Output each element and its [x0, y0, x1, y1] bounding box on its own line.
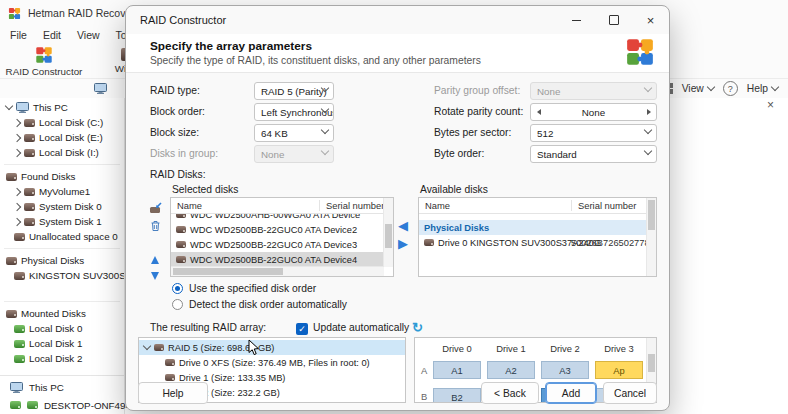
scrollbar-thumb[interactable]: [173, 268, 283, 275]
chevron-down-icon[interactable]: [5, 102, 13, 110]
list-item[interactable]: WDC WD2500BB-22GUC0 ATA Device3: [171, 237, 384, 252]
sidebar-item-local-disk-2[interactable]: Local Disk 2: [0, 351, 124, 366]
chevron-right-icon[interactable]: [13, 148, 21, 156]
cancel-button[interactable]: Cancel: [603, 382, 657, 404]
spinner-decrement-button[interactable]: [531, 104, 546, 120]
column-name[interactable]: Name: [171, 200, 319, 211]
sidebar-item-local-disk-i[interactable]: Local Disk (I:): [0, 145, 124, 160]
add-button[interactable]: Add: [545, 382, 597, 404]
sidebar-label: Local Disk (I:): [39, 147, 99, 158]
scrollbar-thumb[interactable]: [385, 224, 392, 248]
move-to-selected-button[interactable]: ◀: [398, 219, 408, 232]
maximize-button[interactable]: [595, 6, 632, 34]
sidebar-item-system-disk-0[interactable]: System Disk 0: [0, 199, 124, 214]
list-item[interactable]: WDC WD2500AHB-00WGA0 ATA Device: [171, 214, 384, 222]
block-order-label: Block order:: [150, 103, 205, 121]
refresh-icon[interactable]: ↻: [412, 320, 423, 335]
sidebar-item-system-disk-1[interactable]: System Disk 1: [0, 214, 124, 229]
horizontal-scrollbar[interactable]: [171, 266, 384, 276]
close-button[interactable]: ×: [632, 6, 669, 34]
block-size-select[interactable]: 64 KB: [254, 124, 334, 142]
sidebar-item-local-disk-1[interactable]: Local Disk 1: [0, 336, 124, 351]
parity-group-offset-select: None: [530, 82, 657, 100]
sidebar-label: Unallocated space 0: [29, 231, 118, 242]
spinner-increment-button[interactable]: [641, 104, 656, 120]
sidebar-item-kingston[interactable]: KINGSTON SUV300S37...: [0, 268, 124, 283]
chevron-right-icon[interactable]: [13, 118, 21, 126]
close-filter-icon[interactable]: ×: [767, 98, 774, 112]
column-name[interactable]: Name: [419, 200, 571, 211]
tree-item-raid5[interactable]: RAID 5 (Size: 698.66 GB): [139, 340, 405, 355]
disk-icon: [14, 355, 25, 363]
sidebar-group-physical-disks[interactable]: Physical Disks: [0, 253, 124, 268]
statusbar-this-pc[interactable]: This PC: [0, 378, 124, 396]
sidebar-item-local-disk-0[interactable]: Local Disk 0: [0, 321, 124, 336]
chevron-right-icon[interactable]: [13, 217, 21, 225]
menu-view[interactable]: View: [69, 27, 108, 43]
dialog-titlebar[interactable]: RAID Constructor ×: [126, 6, 669, 34]
back-button[interactable]: < Back: [481, 382, 539, 404]
disk-icon: [27, 401, 38, 409]
chevron-right-icon[interactable]: [13, 202, 21, 210]
monitor-icon[interactable]: [94, 83, 107, 94]
update-automatically-label[interactable]: Update automatically: [313, 319, 409, 337]
statusbar-computer-name[interactable]: DESKTOP-ONF4948: [0, 396, 124, 414]
sidebar-group-mounted-disks[interactable]: Mounted Disks: [0, 306, 124, 321]
raid-constructor-label: RAID Constructor: [6, 66, 83, 77]
disk-icon: [10, 401, 21, 409]
remove-disk-button[interactable]: [147, 218, 163, 234]
help-dropdown[interactable]: Help: [747, 83, 778, 94]
move-to-available-button[interactable]: ▶: [398, 237, 408, 250]
view-dropdown[interactable]: View: [682, 83, 714, 94]
move-down-button[interactable]: [147, 268, 163, 284]
byte-order-select[interactable]: Standard: [530, 145, 657, 163]
minimize-button[interactable]: [558, 6, 595, 34]
tree-item-drive-0[interactable]: Drive 0 XFS (Size: 376.49 MB, Files in r…: [139, 355, 405, 370]
add-disk-icon: [149, 202, 162, 214]
chevron-right-icon[interactable]: [13, 133, 21, 141]
sidebar-item-myvolume1[interactable]: MyVolume1: [0, 184, 124, 199]
grid-row-label-a: A: [421, 365, 427, 376]
sidebar-item-unallocated-space-0[interactable]: Unallocated space 0: [0, 229, 124, 244]
disk-icon: [165, 374, 175, 381]
selected-disks-header: Name Serial number: [171, 198, 393, 214]
grid-row-label-b: B: [421, 391, 427, 402]
sidebar-item-local-disk-c[interactable]: Local Disk (C:): [0, 115, 124, 130]
menu-file[interactable]: File: [2, 27, 35, 43]
help-button[interactable]: Help: [138, 382, 208, 404]
chevron-down-icon[interactable]: [143, 342, 151, 350]
update-automatically-checkbox[interactable]: ✓: [296, 323, 308, 335]
question-icon[interactable]: ?: [723, 81, 738, 96]
list-item[interactable]: Drive 0 KINGSTON SUV300S37A240G 50026B72…: [419, 235, 647, 250]
menu-edit[interactable]: Edit: [35, 27, 69, 43]
bytes-per-sector-select[interactable]: 512: [530, 124, 657, 142]
disk-icon: [14, 272, 25, 280]
chevron-right-icon[interactable]: [13, 187, 21, 195]
raid-constructor-button[interactable]: RAID Constructor: [2, 44, 86, 78]
list-item[interactable]: WDC WD2500BB-22GUC0 ATA Device2: [171, 222, 384, 237]
radio-use-specified-order[interactable]: Use the specified disk order: [172, 283, 316, 294]
column-serial-number[interactable]: Serial number: [319, 200, 393, 211]
down-arrow-icon: [151, 272, 159, 280]
raid-disks-label: RAID Disks:: [150, 166, 206, 184]
vertical-scrollbar[interactable]: [646, 198, 656, 276]
disk-name: WDC WD2500BB-22GUC0 ATA Device3: [190, 240, 357, 250]
raid-type-select[interactable]: RAID 5 (Parity): [254, 82, 334, 100]
sidebar-group-found-disks[interactable]: Found Disks: [0, 169, 124, 184]
grid-column-drive-0: Drive 0: [433, 343, 481, 354]
add-disk-button[interactable]: [147, 200, 163, 216]
disk-icon: [24, 203, 35, 211]
scrollbar-thumb[interactable]: [648, 200, 655, 230]
column-serial-number[interactable]: Serial number: [571, 200, 656, 211]
block-order-select[interactable]: Left Synchronous: [254, 103, 334, 121]
sidebar-item-local-disk-e[interactable]: Local Disk (E:): [0, 130, 124, 145]
move-up-button[interactable]: [147, 252, 163, 268]
radio-detect-order-automatically[interactable]: Detect the disk order automatically: [172, 299, 347, 310]
list-item-selected[interactable]: WDC WD2500BB-22GUC0 ATA Device4: [171, 252, 384, 267]
scrollbar-thumb[interactable]: [648, 354, 655, 372]
sidebar-item-this-pc[interactable]: This PC: [0, 100, 124, 115]
dialog-subheading: Specify the type of RAID, its constituen…: [150, 55, 481, 66]
disk-icon: [176, 226, 186, 233]
vertical-scrollbar[interactable]: [383, 198, 393, 267]
group-row-physical-disks[interactable]: Physical Disks: [419, 220, 647, 235]
